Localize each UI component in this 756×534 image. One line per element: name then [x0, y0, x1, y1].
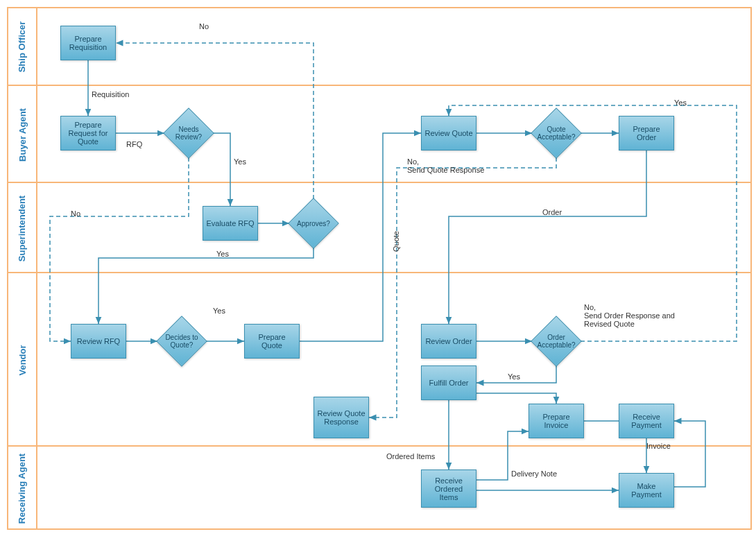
box-prepare-requisition: Prepare Requisition — [60, 26, 116, 60]
lane-superintendent: Superintendent — [8, 182, 750, 273]
lane-label: Superintendent — [8, 183, 37, 273]
box-prepare-rfq: Prepare Request for Quote — [60, 116, 116, 150]
box-prepare-order: Prepare Order — [619, 116, 674, 150]
label-requisition: Requisition — [92, 90, 129, 98]
decision-order-acceptable: Order Acceptable? — [532, 317, 581, 365]
label-no: No — [199, 22, 209, 31]
lane-label: Receiving Agent — [8, 447, 37, 530]
label-yes: Yes — [216, 250, 229, 258]
decision-approves: Approves? — [289, 199, 338, 248]
label-no-send-quote: No, Send Quote Response — [407, 157, 484, 174]
lane-ship-officer: Ship Officer — [8, 8, 750, 85]
box-review-order: Review Order — [421, 324, 476, 359]
box-review-rfq: Review RFQ — [71, 324, 126, 359]
decision-needs-review: Needs Review? — [164, 109, 213, 157]
label-order: Order — [542, 208, 562, 216]
label-no-send-order: No, Send Order Response and Revised Quot… — [584, 303, 675, 328]
label-no: No — [71, 209, 80, 218]
lane-label: Vendor — [8, 273, 37, 447]
box-prepare-quote: Prepare Quote — [244, 324, 300, 359]
label-invoice: Invoice — [646, 442, 671, 450]
label-delivery-note: Delivery Note — [511, 470, 557, 478]
label-yes: Yes — [234, 157, 246, 166]
box-review-quote-response: Review Quote Response — [313, 397, 369, 438]
box-review-quote: Review Quote — [421, 116, 476, 150]
box-fulfill-order: Fulfill Order — [421, 365, 476, 400]
box-receive-payment: Receive Payment — [619, 404, 674, 438]
box-evaluate-rfq: Evaluate RFQ — [203, 206, 258, 241]
box-receive-ordered-items: Receive Ordered Items — [421, 470, 476, 508]
lane-label: Buyer Agent — [8, 86, 37, 183]
label-yes: Yes — [508, 372, 520, 381]
label-yes: Yes — [213, 307, 225, 315]
swimlane-diagram: Ship Officer Buyer Agent Superintendent … — [7, 7, 752, 530]
label-yes: Yes — [674, 98, 687, 107]
decision-quote-acceptable: Quote Acceptable? — [532, 109, 581, 157]
decision-decides-quote: Decides to Quote? — [157, 317, 206, 365]
lane-label: Ship Officer — [8, 8, 37, 85]
label-ordered-items: Ordered Items — [386, 452, 435, 460]
box-prepare-invoice: Prepare Invoice — [529, 404, 584, 438]
label-rfq: RFQ — [126, 140, 142, 148]
box-make-payment: Make Payment — [619, 473, 674, 508]
label-quote: Quote — [392, 231, 400, 252]
